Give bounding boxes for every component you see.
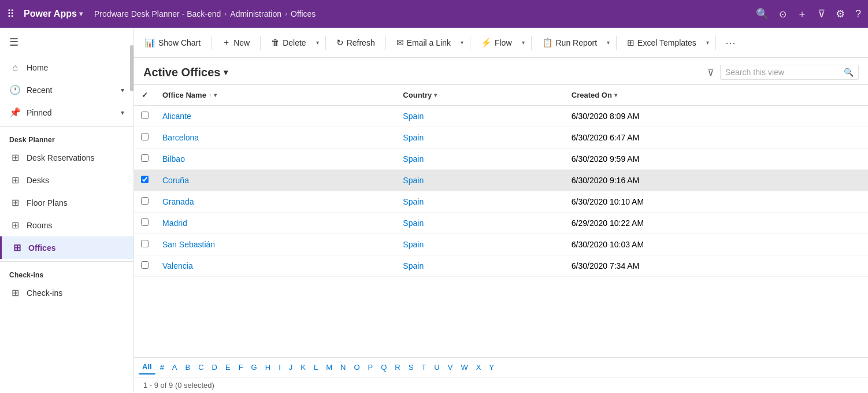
- delete-dropdown-icon[interactable]: ▾: [314, 36, 321, 49]
- row-checkbox-cell[interactable]: [134, 170, 155, 191]
- sidebar-item-desks[interactable]: ⊞ Desks: [0, 169, 133, 191]
- filter-icon[interactable]: ⊽: [818, 8, 825, 20]
- flow-button[interactable]: ⚡ Flow: [475, 34, 518, 51]
- row-checkbox[interactable]: [141, 154, 149, 162]
- table-row[interactable]: Barcelona Spain 6/30/2020 6:47 AM: [134, 127, 868, 149]
- created-on-chevron-icon[interactable]: ▾: [614, 92, 617, 98]
- row-checkbox-cell[interactable]: [134, 149, 155, 170]
- refresh-button[interactable]: ↻ Refresh: [331, 34, 381, 51]
- alphabet-item-#[interactable]: #: [157, 361, 168, 374]
- row-checkbox[interactable]: [141, 240, 149, 247]
- country-chevron-icon[interactable]: ▾: [434, 92, 437, 98]
- alphabet-item-p[interactable]: P: [365, 361, 377, 374]
- sidebar-item-offices[interactable]: ⊞ Offices: [0, 236, 133, 259]
- alphabet-item-x[interactable]: X: [473, 361, 485, 374]
- alphabet-item-u[interactable]: U: [431, 361, 443, 374]
- alphabet-item-b[interactable]: B: [182, 361, 194, 374]
- office-name-link[interactable]: Madrid: [162, 218, 187, 228]
- select-all-checkbox-icon[interactable]: ✓: [142, 91, 148, 99]
- alphabet-item-o[interactable]: O: [350, 361, 363, 374]
- country-link[interactable]: Spain: [403, 133, 424, 142]
- sidebar-item-home[interactable]: ⌂ Home: [0, 57, 133, 79]
- table-row[interactable]: Alicante Spain 6/30/2020 8:09 AM: [134, 106, 868, 127]
- alphabet-item-t[interactable]: T: [418, 361, 429, 374]
- office-name-link[interactable]: San Sebastián: [162, 240, 215, 249]
- flow-dropdown-icon[interactable]: ▾: [520, 36, 526, 49]
- app-logo[interactable]: Power Apps ▾: [24, 9, 83, 19]
- table-row[interactable]: Granada Spain 6/30/2020 10:10 AM: [134, 191, 868, 213]
- row-checkbox[interactable]: [141, 112, 149, 119]
- row-checkbox-cell[interactable]: [134, 191, 155, 213]
- table-row[interactable]: Coruña Spain 6/30/2020 9:16 AM: [134, 170, 868, 191]
- sidebar-item-recent[interactable]: 🕐 Recent ▾: [0, 79, 133, 101]
- sidebar-item-pinned[interactable]: 📌 Pinned ▾: [0, 101, 133, 124]
- alphabet-item-v[interactable]: V: [444, 361, 457, 374]
- row-checkbox-cell[interactable]: [134, 255, 155, 277]
- alphabet-item-a[interactable]: A: [169, 361, 181, 374]
- row-checkbox[interactable]: [141, 218, 149, 226]
- new-button[interactable]: ＋ New: [216, 34, 255, 51]
- country-link[interactable]: Spain: [403, 154, 424, 164]
- country-link[interactable]: Spain: [403, 176, 424, 185]
- table-row[interactable]: Bilbao Spain 6/30/2020 9:59 AM: [134, 149, 868, 170]
- office-name-link[interactable]: Coruña: [162, 176, 189, 185]
- table-row[interactable]: Madrid Spain 6/29/2020 10:22 AM: [134, 213, 868, 234]
- plus-icon[interactable]: ＋: [797, 7, 807, 21]
- view-title[interactable]: Active Offices ▾: [143, 66, 228, 79]
- office-name-link[interactable]: Alicante: [162, 112, 191, 121]
- country-link[interactable]: Spain: [403, 197, 424, 206]
- row-checkbox-cell[interactable]: [134, 106, 155, 127]
- sidebar-item-checkins[interactable]: ⊞ Check-ins: [0, 281, 133, 304]
- country-link[interactable]: Spain: [403, 112, 424, 121]
- table-row[interactable]: Valencia Spain 6/30/2020 7:34 AM: [134, 255, 868, 277]
- row-checkbox[interactable]: [141, 176, 149, 183]
- alphabet-item-n[interactable]: N: [337, 361, 349, 374]
- more-options-icon[interactable]: ⋯: [721, 34, 740, 51]
- alphabet-item-y[interactable]: Y: [485, 361, 498, 374]
- office-name-link[interactable]: Barcelona: [162, 133, 199, 142]
- country-link[interactable]: Spain: [403, 261, 424, 270]
- office-name-link[interactable]: Bilbao: [162, 154, 185, 164]
- row-checkbox[interactable]: [141, 197, 149, 205]
- row-checkbox-cell[interactable]: [134, 127, 155, 149]
- alphabet-item-j[interactable]: J: [285, 361, 296, 374]
- search-icon[interactable]: 🔍: [756, 8, 769, 20]
- breadcrumb-section[interactable]: Administration: [230, 9, 281, 18]
- row-checkbox[interactable]: [141, 133, 149, 140]
- office-name-link[interactable]: Valencia: [162, 261, 193, 270]
- report-dropdown-icon[interactable]: ▾: [605, 36, 611, 49]
- alphabet-item-i[interactable]: I: [275, 361, 284, 374]
- email-link-button[interactable]: ✉ Email a Link: [391, 34, 457, 51]
- breadcrumb-app[interactable]: Prodware Desk Planner - Back-end: [94, 9, 221, 18]
- sidebar-item-rooms[interactable]: ⊞ Rooms: [0, 214, 133, 236]
- alphabet-item-r[interactable]: R: [391, 361, 403, 374]
- delete-button[interactable]: 🗑 Delete: [265, 34, 311, 51]
- excel-templates-button[interactable]: ⊞ Excel Templates: [621, 34, 702, 51]
- select-all-column[interactable]: ✓: [134, 85, 155, 106]
- office-name-column-header[interactable]: Office Name ↑ ▾: [155, 85, 396, 106]
- row-checkbox-cell[interactable]: [134, 213, 155, 234]
- sidebar-item-desk-reservations[interactable]: ⊞ Desk Reservations: [0, 146, 133, 169]
- sidebar-scrollbar[interactable]: [130, 28, 133, 304]
- alphabet-item-s[interactable]: S: [405, 361, 417, 374]
- settings-icon[interactable]: ⚙: [836, 8, 845, 20]
- alphabet-item-d[interactable]: D: [209, 361, 221, 374]
- email-dropdown-icon[interactable]: ▾: [459, 36, 465, 49]
- alphabet-item-f[interactable]: F: [235, 361, 247, 374]
- office-name-link[interactable]: Granada: [162, 197, 194, 206]
- row-checkbox[interactable]: [141, 261, 149, 269]
- alphabet-item-q[interactable]: Q: [377, 361, 390, 374]
- sidebar-item-floor-plans[interactable]: ⊞ Floor Plans: [0, 191, 133, 214]
- user-icon[interactable]: ⊙: [779, 9, 787, 20]
- row-checkbox-cell[interactable]: [134, 234, 155, 255]
- waffle-menu-icon[interactable]: ⠿: [7, 8, 14, 20]
- alphabet-item-l[interactable]: L: [310, 361, 321, 374]
- sidebar-toggle[interactable]: ☰: [0, 28, 133, 57]
- created-on-column-header[interactable]: Created On ▾: [565, 85, 868, 106]
- search-input[interactable]: [725, 68, 840, 77]
- alphabet-item-g[interactable]: G: [248, 361, 261, 374]
- alphabet-item-k[interactable]: K: [297, 361, 309, 374]
- country-link[interactable]: Spain: [403, 218, 424, 228]
- alphabet-item-e[interactable]: E: [222, 361, 234, 374]
- alphabet-item-all[interactable]: All: [139, 360, 155, 375]
